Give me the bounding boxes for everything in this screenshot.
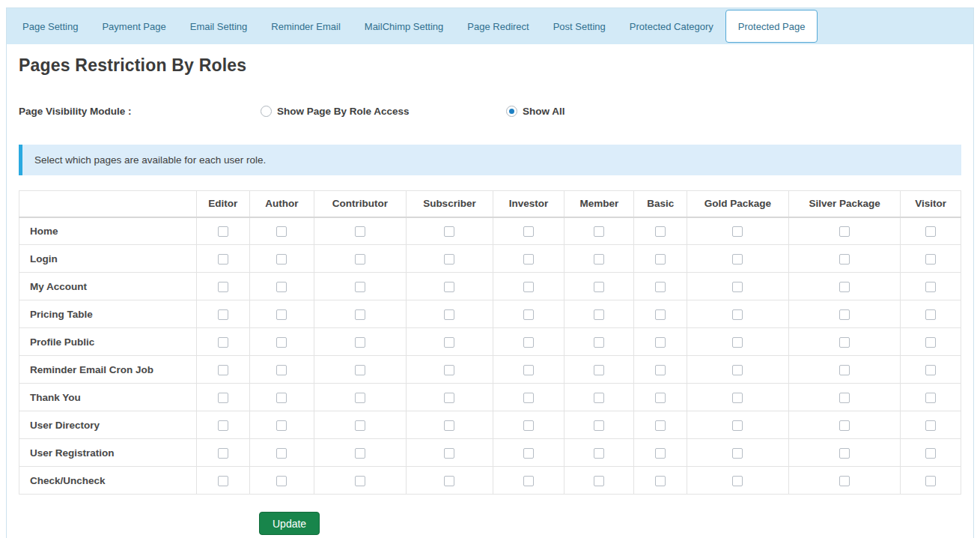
checkbox-reminder-email-cron-job-member[interactable]: [594, 365, 604, 375]
checkbox-reminder-email-cron-job-gold-package[interactable]: [732, 365, 743, 375]
checkbox-reminder-email-cron-job-subscriber[interactable]: [444, 365, 454, 375]
checkbox-user-directory-author[interactable]: [276, 420, 287, 431]
tab-mailchimp-setting[interactable]: MailChimp Setting: [353, 8, 456, 44]
checkbox-check-uncheck-investor[interactable]: [523, 476, 534, 486]
checkbox-profile-public-silver-package[interactable]: [839, 337, 850, 348]
checkbox-thank-you-author[interactable]: [276, 393, 287, 403]
checkbox-user-registration-editor[interactable]: [218, 448, 228, 459]
checkbox-check-uncheck-author[interactable]: [276, 476, 287, 486]
checkbox-profile-public-member[interactable]: [594, 337, 604, 348]
checkbox-user-directory-subscriber[interactable]: [444, 420, 454, 431]
radio-show-all[interactable]: [506, 106, 517, 117]
tab-reminder-email[interactable]: Reminder Email: [259, 8, 352, 44]
checkbox-reminder-email-cron-job-editor[interactable]: [218, 365, 228, 375]
checkbox-my-account-basic[interactable]: [655, 282, 666, 292]
checkbox-login-contributor[interactable]: [355, 254, 365, 265]
checkbox-home-contributor[interactable]: [355, 226, 365, 237]
checkbox-my-account-member[interactable]: [594, 282, 604, 292]
checkbox-thank-you-member[interactable]: [594, 393, 604, 403]
checkbox-user-directory-basic[interactable]: [655, 420, 666, 431]
checkbox-home-basic[interactable]: [655, 226, 666, 237]
checkbox-thank-you-visitor[interactable]: [925, 393, 936, 403]
checkbox-pricing-table-subscriber[interactable]: [444, 309, 454, 320]
checkbox-my-account-author[interactable]: [276, 282, 287, 292]
checkbox-user-directory-silver-package[interactable]: [839, 420, 850, 431]
checkbox-thank-you-editor[interactable]: [218, 393, 228, 403]
checkbox-login-visitor[interactable]: [925, 254, 936, 265]
checkbox-user-registration-contributor[interactable]: [355, 448, 365, 459]
checkbox-pricing-table-gold-package[interactable]: [732, 309, 743, 320]
checkbox-user-registration-basic[interactable]: [655, 448, 666, 459]
checkbox-user-registration-gold-package[interactable]: [732, 448, 743, 459]
checkbox-user-registration-subscriber[interactable]: [444, 448, 454, 459]
checkbox-thank-you-contributor[interactable]: [355, 393, 365, 403]
checkbox-reminder-email-cron-job-author[interactable]: [276, 365, 287, 375]
checkbox-home-visitor[interactable]: [925, 226, 936, 237]
tab-post-setting[interactable]: Post Setting: [541, 8, 618, 44]
checkbox-profile-public-subscriber[interactable]: [444, 337, 454, 348]
tab-email-setting[interactable]: Email Setting: [178, 8, 260, 44]
checkbox-login-author[interactable]: [276, 254, 287, 265]
checkbox-profile-public-contributor[interactable]: [355, 337, 365, 348]
checkbox-user-directory-visitor[interactable]: [925, 420, 936, 431]
checkbox-login-investor[interactable]: [523, 254, 534, 265]
checkbox-pricing-table-basic[interactable]: [655, 309, 666, 320]
checkbox-user-directory-investor[interactable]: [523, 420, 534, 431]
checkbox-user-directory-contributor[interactable]: [355, 420, 365, 431]
checkbox-my-account-contributor[interactable]: [355, 282, 365, 292]
option-show-all[interactable]: Show All: [506, 106, 752, 117]
checkbox-reminder-email-cron-job-contributor[interactable]: [355, 365, 365, 375]
checkbox-profile-public-basic[interactable]: [655, 337, 666, 348]
checkbox-my-account-editor[interactable]: [218, 282, 228, 292]
checkbox-my-account-subscriber[interactable]: [444, 282, 454, 292]
checkbox-login-basic[interactable]: [655, 254, 666, 265]
checkbox-login-silver-package[interactable]: [839, 254, 850, 265]
checkbox-user-directory-editor[interactable]: [218, 420, 228, 431]
checkbox-profile-public-gold-package[interactable]: [732, 337, 743, 348]
checkbox-check-uncheck-contributor[interactable]: [355, 476, 365, 486]
checkbox-home-gold-package[interactable]: [732, 226, 743, 237]
checkbox-user-registration-author[interactable]: [276, 448, 287, 459]
checkbox-thank-you-silver-package[interactable]: [839, 393, 850, 403]
checkbox-profile-public-investor[interactable]: [523, 337, 534, 348]
checkbox-my-account-visitor[interactable]: [925, 282, 936, 292]
checkbox-my-account-silver-package[interactable]: [839, 282, 850, 292]
checkbox-thank-you-investor[interactable]: [523, 393, 534, 403]
checkbox-user-directory-member[interactable]: [594, 420, 604, 431]
checkbox-profile-public-visitor[interactable]: [925, 337, 936, 348]
checkbox-pricing-table-silver-package[interactable]: [839, 309, 850, 320]
tab-protected-category[interactable]: Protected Category: [618, 8, 725, 44]
update-button[interactable]: Update: [259, 512, 320, 535]
tab-page-setting[interactable]: Page Setting: [10, 8, 90, 44]
checkbox-home-member[interactable]: [594, 226, 604, 237]
checkbox-profile-public-author[interactable]: [276, 337, 287, 348]
checkbox-thank-you-subscriber[interactable]: [444, 393, 454, 403]
tab-payment-page[interactable]: Payment Page: [90, 8, 177, 44]
checkbox-pricing-table-investor[interactable]: [523, 309, 534, 320]
checkbox-check-uncheck-basic[interactable]: [655, 476, 666, 486]
checkbox-home-investor[interactable]: [523, 226, 534, 237]
checkbox-check-uncheck-editor[interactable]: [218, 476, 228, 486]
checkbox-check-uncheck-gold-package[interactable]: [732, 476, 743, 486]
checkbox-home-author[interactable]: [276, 226, 287, 237]
checkbox-pricing-table-contributor[interactable]: [355, 309, 365, 320]
checkbox-reminder-email-cron-job-investor[interactable]: [523, 365, 534, 375]
checkbox-user-directory-gold-package[interactable]: [732, 420, 743, 431]
checkbox-home-subscriber[interactable]: [444, 226, 454, 237]
checkbox-reminder-email-cron-job-basic[interactable]: [655, 365, 666, 375]
checkbox-my-account-gold-package[interactable]: [732, 282, 743, 292]
checkbox-pricing-table-member[interactable]: [594, 309, 604, 320]
checkbox-user-registration-investor[interactable]: [523, 448, 534, 459]
checkbox-profile-public-editor[interactable]: [218, 337, 228, 348]
radio-show-page-by-role-access[interactable]: [261, 106, 272, 117]
checkbox-home-editor[interactable]: [218, 226, 228, 237]
checkbox-user-registration-silver-package[interactable]: [839, 448, 850, 459]
checkbox-pricing-table-editor[interactable]: [218, 309, 228, 320]
checkbox-check-uncheck-silver-package[interactable]: [839, 476, 850, 486]
checkbox-user-registration-visitor[interactable]: [925, 448, 936, 459]
checkbox-pricing-table-visitor[interactable]: [925, 309, 936, 320]
checkbox-check-uncheck-member[interactable]: [594, 476, 604, 486]
checkbox-pricing-table-author[interactable]: [276, 309, 287, 320]
checkbox-check-uncheck-subscriber[interactable]: [444, 476, 454, 486]
checkbox-user-registration-member[interactable]: [594, 448, 604, 459]
